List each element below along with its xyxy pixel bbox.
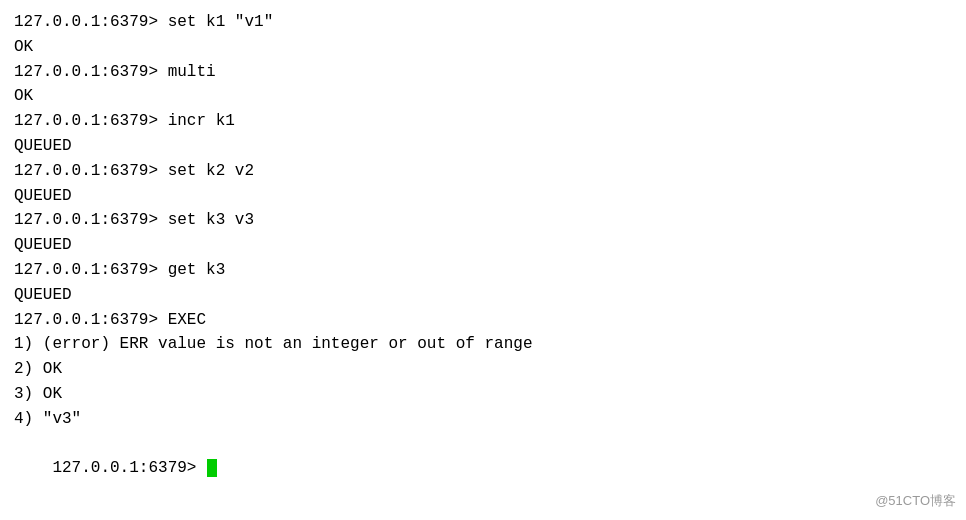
line-3: 127.0.0.1:6379> multi: [14, 60, 952, 85]
line-11: 127.0.0.1:6379> get k3: [14, 258, 952, 283]
prompt-7: 127.0.0.1:6379> EXEC: [14, 311, 206, 329]
prompt-2: 127.0.0.1:6379> multi: [14, 63, 216, 81]
prompt-5: 127.0.0.1:6379> set k3 v3: [14, 211, 254, 229]
cursor: [207, 459, 217, 477]
line-14: 1) (error) ERR value is not an integer o…: [14, 332, 952, 357]
response-4: QUEUED: [14, 187, 72, 205]
response-3: QUEUED: [14, 137, 72, 155]
prompt-1: 127.0.0.1:6379> set k1 "v1": [14, 13, 273, 31]
line-9: 127.0.0.1:6379> set k3 v3: [14, 208, 952, 233]
line-15: 2) OK: [14, 357, 952, 382]
line-2: OK: [14, 35, 952, 60]
line-8: QUEUED: [14, 184, 952, 209]
prompt-4: 127.0.0.1:6379> set k2 v2: [14, 162, 254, 180]
line-1: 127.0.0.1:6379> set k1 "v1": [14, 10, 952, 35]
prompt-6: 127.0.0.1:6379> get k3: [14, 261, 225, 279]
response-7: 1) (error) ERR value is not an integer o…: [14, 335, 532, 353]
line-6: QUEUED: [14, 134, 952, 159]
response-6: QUEUED: [14, 286, 72, 304]
terminal-window: 127.0.0.1:6379> set k1 "v1" OK 127.0.0.1…: [0, 0, 966, 520]
line-5: 127.0.0.1:6379> incr k1: [14, 109, 952, 134]
line-12: QUEUED: [14, 283, 952, 308]
watermark: @51CTO博客: [875, 492, 956, 510]
current-prompt: 127.0.0.1:6379>: [52, 459, 206, 477]
line-18[interactable]: 127.0.0.1:6379>: [14, 432, 952, 506]
line-13: 127.0.0.1:6379> EXEC: [14, 308, 952, 333]
line-16: 3) OK: [14, 382, 952, 407]
line-4: OK: [14, 84, 952, 109]
line-17: 4) "v3": [14, 407, 952, 432]
line-7: 127.0.0.1:6379> set k2 v2: [14, 159, 952, 184]
line-10: QUEUED: [14, 233, 952, 258]
response-5: QUEUED: [14, 236, 72, 254]
response-8: 2) OK: [14, 360, 62, 378]
response-10: 4) "v3": [14, 410, 81, 428]
response-1: OK: [14, 38, 33, 56]
prompt-3: 127.0.0.1:6379> incr k1: [14, 112, 235, 130]
response-2: OK: [14, 87, 33, 105]
response-9: 3) OK: [14, 385, 62, 403]
